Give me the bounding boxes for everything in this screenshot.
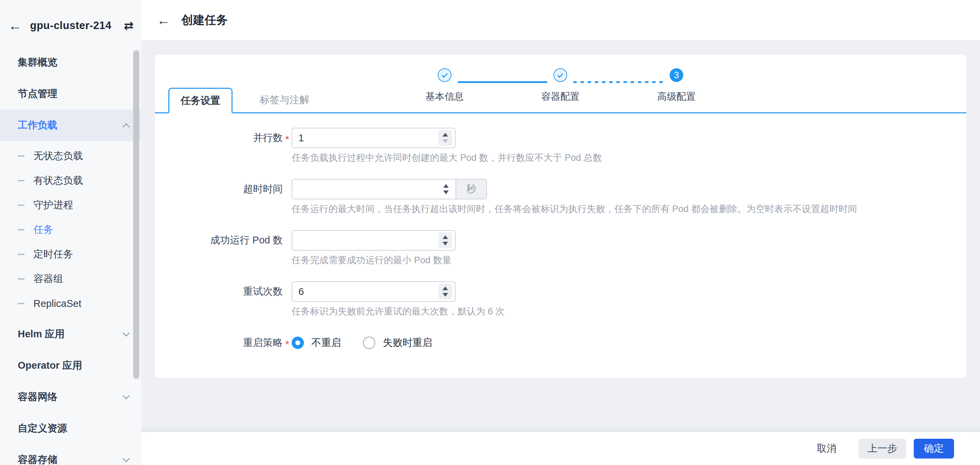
sidebar-item-workloads[interactable]: 工作负载 [0,110,141,141]
sidebar-item-jobs[interactable]: 任务 [0,218,141,242]
radio-label: 不重启 [312,336,341,350]
sidebar-item-container-network[interactable]: 容器网络 [0,381,141,413]
divider [0,316,141,318]
sidebar-item-deployments[interactable]: 无状态负载 [0,144,141,168]
sidebar-item-label: 容器网络 [18,390,57,404]
dash-icon [18,303,25,304]
completions-input[interactable] [298,235,438,246]
sidebar-item-label: 工作负载 [18,118,57,132]
cancel-button[interactable]: 取消 [817,442,837,455]
sidebar-item-label: 守护进程 [33,198,73,212]
form-row-restart-policy: 重启策略 * 不重启 失败时重启 [155,333,966,353]
field-help-text: 任务标识为失败前允许重试的最大次数，默认为 6 次 [292,305,505,317]
sidebar-item-label: 定时任务 [33,247,73,261]
spin-down-icon[interactable] [443,191,449,194]
sidebar-item-custom-resources[interactable]: 自定义资源 [0,413,141,444]
dash-icon [18,278,25,280]
form-row-parallelism: 并行数 * 任务负载执行过程中允许同时创建的最大 Pod 数，并行数应 [155,128,966,164]
radio-label: 失败时重启 [383,336,432,350]
number-spinner[interactable] [438,284,452,299]
form-footer: 取消 上一步 确定 [141,432,980,465]
radio-option-never[interactable]: 不重启 [292,333,341,353]
radio-dot [295,341,300,345]
field-help-text: 任务运行的最大时间，当任务执行超出该时间时，任务将会被标识为执行失败，任务下的所… [292,203,857,215]
confirm-button[interactable]: 确定 [914,439,954,459]
back-arrow-icon[interactable]: ← [157,13,170,27]
number-spinner[interactable] [439,181,453,197]
step-done-circle [438,68,452,82]
page-title: 创建任务 [181,12,228,28]
sidebar-item-node-management[interactable]: 节点管理 [0,78,141,110]
sidebar: ← gpu-cluster-214 ⇄ 集群概览 节点管理 工作负载 无状态负载… [0,0,141,465]
number-input-group [292,281,505,302]
sidebar-item-container-storage[interactable]: 容器存储 [0,444,141,465]
field-help-text: 任务负载执行过程中允许同时创建的最大 Pod 数，并行数应不大于 Pod 总数 [292,151,602,164]
field-label-cell: 超时时间 [155,179,292,199]
parallelism-input[interactable] [298,132,438,144]
tab-labels-annotations[interactable]: 标签与注解 [256,88,313,112]
spin-up-icon[interactable] [442,133,448,137]
number-input-group [292,230,455,251]
chevron-down-icon [123,455,130,462]
field-label: 重试次数 [243,285,283,298]
main-area: ← 创建任务 基本信息 容器配置 3 高级配置 任务设置 标签与注解 [141,0,980,465]
cluster-title: gpu-cluster-214 [30,19,111,32]
retry-input[interactable] [298,286,438,297]
field-label: 并行数 [253,131,283,145]
switch-cluster-icon[interactable]: ⇄ [124,19,134,32]
unit-suffix-seconds: 秒 [455,179,487,199]
sidebar-item-daemonsets[interactable]: 守护进程 [0,193,141,218]
chevron-down-icon [123,329,130,336]
chevron-down-icon [123,392,130,399]
sidebar-item-cronjobs[interactable]: 定时任务 [0,242,141,267]
sidebar-item-operator-apps[interactable]: Operator 应用 [0,350,141,381]
field-label-cell: 重启策略 * [155,333,292,353]
field-help-text: 任务完成需要成功运行的最小 Pod 数量 [292,254,455,266]
sidebar-item-helm-apps[interactable]: Helm 应用 [0,318,141,350]
required-asterisk: * [283,131,292,145]
sidebar-item-label: 无状态负载 [33,149,83,163]
field-control: 秒 任务运行的最大时间，当任务执行超出该时间时，任务将会被标识为执行失败，任务下… [292,179,857,215]
field-label: 成功运行 Pod 数 [210,234,283,247]
number-spinner[interactable] [438,232,452,248]
parallelism-input-box [292,128,455,148]
radio-checked-icon[interactable] [292,337,304,349]
radio-option-on-failure[interactable]: 失败时重启 [363,333,432,353]
timeout-input[interactable] [298,184,439,195]
spin-down-icon[interactable] [442,139,448,143]
spin-up-icon[interactable] [442,235,448,239]
sidebar-item-cluster-overview[interactable]: 集群概览 [0,47,141,78]
sidebar-item-label: 容器组 [33,272,63,286]
check-icon [557,72,563,78]
spin-up-icon[interactable] [442,287,448,290]
sidebar-nav: 集群概览 节点管理 工作负载 无状态负载 有状态负载 守护进程 任务 定时任务 … [0,47,141,465]
sidebar-item-label: 自定义资源 [18,422,67,435]
page-header: ← 创建任务 [141,0,980,40]
sidebar-item-replicasets[interactable]: ReplicaSet [0,291,141,316]
previous-step-button[interactable]: 上一步 [858,439,906,459]
field-control: 任务标识为失败前允许重试的最大次数，默认为 6 次 [292,281,505,317]
required-asterisk-placeholder [283,290,292,293]
radio-unchecked-icon[interactable] [363,337,375,349]
form-row-backoff-limit: 重试次数 任务标识为失败前允许重试的最大次数，默认为 6 次 [155,281,966,317]
timeout-input-box [292,179,455,199]
field-control: 任务负载执行过程中允许同时创建的最大 Pod 数，并行数应不大于 Pod 总数 [292,128,602,164]
spin-down-icon[interactable] [442,242,448,245]
sidebar-header: ← gpu-cluster-214 ⇄ [0,13,141,38]
back-arrow-icon[interactable]: ← [8,19,22,32]
number-spinner[interactable] [438,130,452,146]
tab-job-settings[interactable]: 任务设置 [168,88,232,113]
sidebar-scrollbar[interactable] [133,50,139,379]
sidebar-item-statefulsets[interactable]: 有状态负载 [0,168,141,193]
sidebar-item-label: 集群概览 [18,56,57,69]
required-asterisk-placeholder [283,239,292,242]
field-label-cell: 重试次数 [155,281,292,302]
spin-up-icon[interactable] [443,184,449,188]
field-label-cell: 并行数 * [155,128,292,148]
job-settings-form: 并行数 * 任务负载执行过程中允许同时创建的最大 Pod 数，并行数应 [155,113,966,378]
sidebar-item-label: 有状态负载 [33,174,83,188]
number-input-group [292,128,602,148]
required-asterisk-placeholder [283,188,292,191]
spin-down-icon[interactable] [442,293,448,297]
sidebar-item-pods[interactable]: 容器组 [0,267,141,291]
